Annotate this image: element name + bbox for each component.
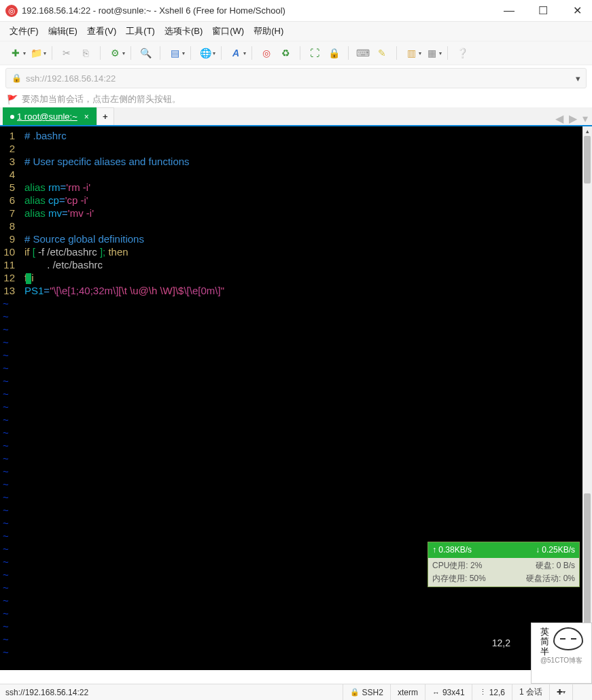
net-download: ↓ 0.25KB/s bbox=[536, 544, 575, 557]
tilde-marker: ~ bbox=[3, 349, 9, 362]
address-bar[interactable]: 🔒 ssh://192.168.56.14:22 ▾ bbox=[5, 68, 587, 88]
new-file-icon[interactable]: ✚ bbox=[7, 44, 24, 62]
terminal[interactable]: 12345678910111213 # .bashrc# User specif… bbox=[0, 126, 592, 670]
tilde-marker: ~ bbox=[3, 594, 9, 607]
menu-help[interactable]: 帮助(H) bbox=[254, 25, 283, 37]
menu-window[interactable]: 窗口(W) bbox=[212, 25, 244, 37]
scrollbar[interactable]: ▴ ▾ bbox=[582, 126, 592, 670]
tilde-marker: ~ bbox=[3, 310, 9, 323]
keyboard-icon[interactable]: ⌨ bbox=[354, 44, 372, 62]
dropdown-icon[interactable]: ▾ bbox=[43, 50, 46, 56]
tilde-marker: ~ bbox=[3, 620, 9, 633]
shell-icon[interactable]: ◎ bbox=[258, 44, 275, 62]
scroll-up-icon[interactable]: ▴ bbox=[582, 126, 592, 136]
dropdown-icon[interactable]: ▾ bbox=[23, 50, 26, 56]
line-gutter: 12345678910111213 bbox=[0, 129, 19, 297]
tilde-marker: ~ bbox=[3, 568, 9, 581]
status-dot-icon bbox=[10, 115, 14, 119]
minimize-button[interactable]: — bbox=[502, 4, 516, 18]
maximize-button[interactable]: ☐ bbox=[536, 4, 550, 18]
status-pos: 12,6 bbox=[489, 688, 505, 697]
fit-icon[interactable]: ⛶ bbox=[306, 44, 324, 62]
status-proto: SSH2 bbox=[362, 688, 383, 697]
tilde-marker: ~ bbox=[3, 465, 9, 478]
dropdown-icon[interactable]: ▾ bbox=[419, 50, 421, 56]
settings-icon[interactable]: ⚙ bbox=[106, 44, 124, 62]
tilde-marker: ~ bbox=[3, 504, 9, 517]
tilde-marker: ~ bbox=[3, 529, 9, 542]
tab-close-icon[interactable]: × bbox=[84, 112, 89, 122]
menubar: 文件(F) 编辑(E) 查看(V) 工具(T) 选项卡(B) 窗口(W) 帮助(… bbox=[0, 22, 592, 41]
highlight-icon[interactable]: ✎ bbox=[373, 44, 391, 62]
cut-icon[interactable]: ✂ bbox=[58, 44, 75, 62]
plus-icon[interactable]: ✚ bbox=[557, 688, 563, 697]
new-tab-button[interactable]: + bbox=[97, 107, 114, 125]
window-title: 192.168.56.14:22 - root@sunle:~ - Xshell… bbox=[22, 5, 285, 16]
tilde-marker: ~ bbox=[3, 323, 9, 336]
menu-file[interactable]: 文件(F) bbox=[10, 25, 39, 37]
dropdown-icon[interactable]: ▾ bbox=[122, 50, 125, 56]
grid-icon[interactable]: ▦ bbox=[423, 44, 440, 62]
code-area[interactable]: # .bashrc# User specific aliases and fun… bbox=[24, 129, 582, 297]
tilde-marker: ~ bbox=[3, 387, 9, 400]
status-address: ssh://192.168.56.14:22 bbox=[5, 688, 88, 697]
recycle-icon[interactable]: ♻ bbox=[277, 44, 294, 62]
tab-next-icon[interactable]: ▶ bbox=[569, 112, 577, 125]
folder-open-icon[interactable]: 📁 bbox=[27, 44, 45, 62]
tilde-marker: ~ bbox=[3, 400, 9, 413]
tab-session[interactable]: 1 root@sunle:~ × bbox=[3, 107, 97, 125]
layout-icon[interactable]: ▤ bbox=[166, 44, 184, 62]
scroll-thumb[interactable] bbox=[584, 136, 591, 183]
cursor-position: 12,2 bbox=[492, 637, 510, 650]
help-icon[interactable]: ❔ bbox=[453, 44, 471, 62]
status-sessions: 1 会话 bbox=[519, 686, 542, 698]
search-icon[interactable]: 🔍 bbox=[137, 44, 154, 62]
pane-icon[interactable]: ▥ bbox=[402, 44, 420, 62]
tilde-marker: ~ bbox=[3, 555, 9, 568]
tab-row: 1 root@sunle:~ × + ◀ ▶ ▾ bbox=[0, 107, 592, 126]
avatar-overlay: 英简半 @51CTO博客 bbox=[531, 623, 592, 684]
titlebar: 192.168.56.14:22 - root@sunle:~ - Xshell… bbox=[0, 0, 592, 22]
globe-icon[interactable]: 🌐 bbox=[196, 44, 214, 62]
tilde-marker: ~ bbox=[3, 491, 9, 504]
dropdown-icon[interactable]: ▾ bbox=[182, 50, 185, 56]
address-dropdown-icon[interactable]: ▾ bbox=[576, 73, 580, 84]
dropdown-icon[interactable]: ▾ bbox=[213, 50, 215, 56]
status-size: 93x41 bbox=[442, 688, 465, 697]
menu-view[interactable]: 查看(V) bbox=[87, 25, 116, 37]
menu-tabs[interactable]: 选项卡(B) bbox=[164, 25, 203, 37]
dropdown-icon[interactable]: ▾ bbox=[563, 689, 565, 695]
tab-menu-icon[interactable]: ▾ bbox=[582, 112, 588, 125]
tilde-marker: ~ bbox=[3, 297, 9, 310]
pos-icon: ⋮ bbox=[479, 688, 487, 697]
app-icon bbox=[5, 5, 18, 17]
tilde-marker: ~ bbox=[3, 478, 9, 491]
dropdown-icon[interactable]: ▾ bbox=[243, 50, 246, 56]
hint-bar: 🚩 要添加当前会话，点击左侧的箭头按钮。 bbox=[0, 91, 592, 107]
tilde-marker: ~ bbox=[3, 607, 9, 620]
hint-text: 要添加当前会话，点击左侧的箭头按钮。 bbox=[22, 93, 181, 105]
tilde-marker: ~ bbox=[3, 452, 9, 465]
copy-icon[interactable]: ⎘ bbox=[77, 44, 94, 62]
face-icon bbox=[553, 627, 583, 650]
tilde-marker: ~ bbox=[3, 426, 9, 439]
tab-prev-icon[interactable]: ◀ bbox=[555, 112, 563, 125]
tilde-marker: ~ bbox=[3, 439, 9, 452]
tilde-marker: ~ bbox=[3, 413, 9, 426]
lock-icon: 🔒 bbox=[12, 73, 22, 83]
tab-label: 1 root@sunle:~ bbox=[17, 111, 77, 122]
toolbar: ✚▾ 📁▾ ✂ ⎘ ⚙▾ 🔍 ▤▾ 🌐▾ A▾ ◎ ♻ ⛶ 🔒 ⌨ ✎ ▥▾ ▦… bbox=[0, 41, 592, 65]
menu-tools[interactable]: 工具(T) bbox=[126, 25, 155, 37]
tilde-marker: ~ bbox=[3, 362, 9, 374]
tilde-marker: ~ bbox=[3, 517, 9, 529]
menu-edit[interactable]: 编辑(E) bbox=[48, 25, 77, 37]
tilde-marker: ~ bbox=[3, 336, 9, 349]
font-icon[interactable]: A bbox=[227, 44, 245, 62]
lock-icon: 🔒 bbox=[350, 688, 360, 697]
dropdown-icon[interactable]: ▾ bbox=[439, 50, 442, 56]
close-button[interactable]: ✕ bbox=[570, 4, 584, 18]
net-upload: ↑ 0.38KB/s bbox=[432, 544, 472, 557]
network-widget[interactable]: ↑ 0.38KB/s ↓ 0.25KB/s CPU使用: 2% 硬盘: 0 B/… bbox=[428, 542, 580, 587]
status-term: xterm bbox=[398, 688, 418, 697]
lock2-icon[interactable]: 🔒 bbox=[325, 44, 343, 62]
